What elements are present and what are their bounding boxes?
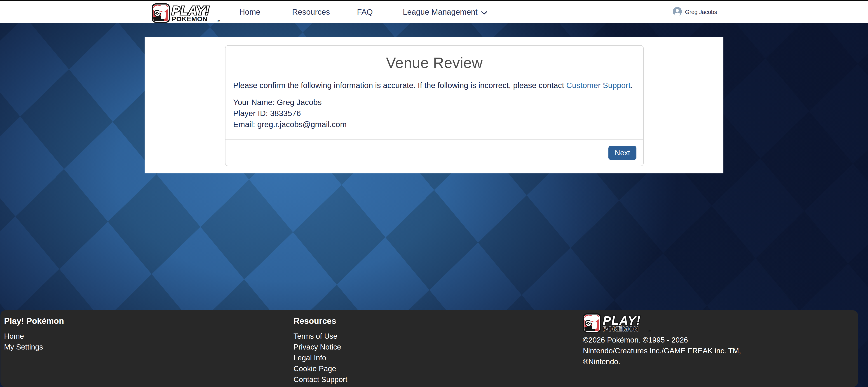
footer-play-pokemon-logo: [583, 313, 651, 333]
footer-heading-resources: Resources: [293, 316, 347, 326]
play-pokemon-logo[interactable]: [152, 3, 220, 23]
player-email-line: Email: greg.r.jacobs@gmail.com: [233, 119, 636, 130]
user-name: Greg Jacobs: [685, 9, 717, 15]
nav-dropdown-league-management[interactable]: League Management: [403, 1, 488, 23]
copyright-line-3: ®Nintendo.: [583, 356, 741, 367]
chevron-down-icon: [481, 8, 488, 17]
player-id-line: Player ID: 3833576: [233, 108, 636, 119]
page-footer: Play! Pokémon Home My Settings Resources…: [0, 310, 858, 387]
player-name-line: Your Name: Greg Jacobs: [233, 97, 636, 108]
user-menu[interactable]: Greg Jacobs: [673, 1, 717, 23]
footer-column-legal: ©2026 Pokémon. ©1995 - 2026 Nintendo/Cre…: [583, 310, 741, 367]
footer-link-privacy-notice[interactable]: Privacy Notice: [293, 342, 347, 352]
venue-review-card-body: Venue Review Please confirm the followin…: [225, 45, 643, 139]
next-button[interactable]: Next: [609, 146, 637, 160]
user-avatar-icon: [673, 7, 682, 17]
player-info-block: Your Name: Greg Jacobs Player ID: 383357…: [233, 97, 636, 130]
nav-link-league-management-label: League Management: [403, 7, 477, 17]
top-navbar: Home Resources FAQ League Management Gre…: [0, 0, 868, 23]
card-footer: Next: [225, 139, 643, 166]
confirm-info-text: Please confirm the following information…: [233, 80, 636, 91]
copyright-text: ©2026 Pokémon. ©1995 - 2026 Nintendo/Cre…: [583, 334, 741, 367]
footer-heading-play-pokemon: Play! Pokémon: [4, 316, 64, 326]
nav-link-faq[interactable]: FAQ: [357, 1, 373, 23]
nav-link-home[interactable]: Home: [239, 1, 260, 23]
confirm-info-text-after: .: [630, 81, 633, 90]
venue-review-card: Venue Review Please confirm the followin…: [225, 45, 644, 166]
nav-link-resources[interactable]: Resources: [292, 1, 330, 23]
footer-link-terms-of-use[interactable]: Terms of Use: [293, 331, 347, 342]
content-panel: Venue Review Please confirm the followin…: [145, 37, 723, 173]
footer-link-cookie-page[interactable]: Cookie Page: [293, 363, 347, 374]
footer-link-legal-info[interactable]: Legal Info: [293, 352, 347, 363]
copyright-line-2: Nintendo/Creatures Inc./GAME FREAK inc. …: [583, 346, 741, 356]
customer-support-link[interactable]: Customer Support: [566, 81, 630, 90]
copyright-line-1: ©2026 Pokémon. ©1995 - 2026: [583, 334, 741, 346]
confirm-info-text-before: Please confirm the following information…: [233, 81, 566, 90]
footer-column-resources: Resources Terms of Use Privacy Notice Le…: [293, 310, 347, 385]
footer-link-contact-support[interactable]: Contact Support: [293, 374, 347, 385]
footer-link-my-settings[interactable]: My Settings: [4, 342, 64, 352]
footer-column-play-pokemon: Play! Pokémon Home My Settings: [4, 310, 64, 352]
footer-link-home[interactable]: Home: [4, 331, 64, 342]
page-title: Venue Review: [233, 54, 636, 71]
